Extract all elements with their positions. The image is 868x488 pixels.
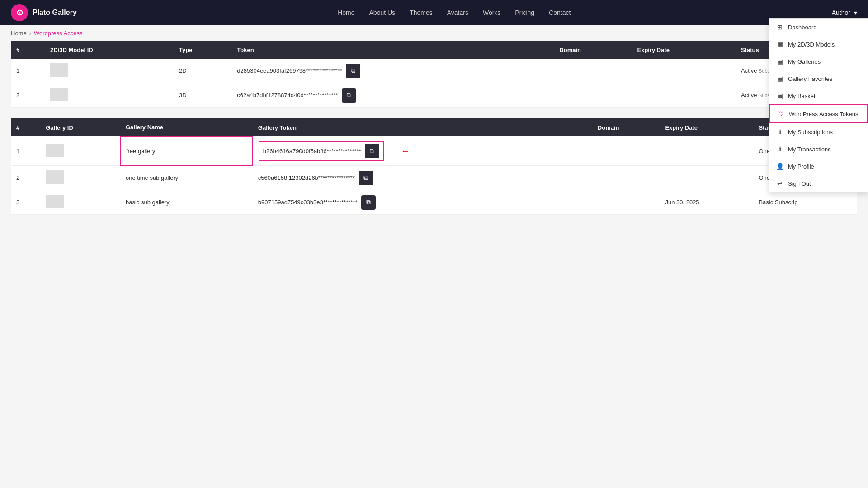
nav-contact[interactable]: Contact bbox=[549, 9, 571, 16]
logo[interactable]: ⊙ Plato Gallery bbox=[11, 4, 77, 21]
dropdown-label-wp-access: WordPress Access Tokens bbox=[789, 111, 858, 117]
nav-about[interactable]: About Us bbox=[369, 9, 396, 16]
dropdown-item-gallery-favorites[interactable]: ▣ Gallery Favorites bbox=[769, 70, 868, 87]
gallery-row-token: b26b4616a790d0f5ab86*************** ⧉ ← bbox=[253, 136, 592, 166]
dropdown-label-my-basket: My Basket bbox=[788, 93, 816, 99]
dropdown-item-my-galleries[interactable]: ▣ My Galleries bbox=[769, 53, 868, 70]
breadcrumb: Home › Wordpress Access bbox=[0, 25, 868, 41]
nav-home[interactable]: Home bbox=[338, 9, 354, 16]
gallery-row-token: b907159ad7549c03b3e3*************** ⧉ bbox=[253, 190, 592, 215]
copy-token-btn[interactable]: ⧉ bbox=[342, 88, 356, 103]
nav-avatars[interactable]: Avatars bbox=[447, 9, 468, 16]
col-type: Type bbox=[174, 41, 231, 59]
logo-icon: ⊙ bbox=[11, 4, 28, 21]
gcol-num: # bbox=[11, 118, 40, 136]
model-table: # 2D/3D Model ID Type Token Domain Expir… bbox=[11, 41, 857, 108]
gallery-table: # Gallery ID Gallery Name Gallery Token … bbox=[11, 118, 857, 215]
dropdown-item-my-models[interactable]: ▣ My 2D/3D Models bbox=[769, 36, 868, 53]
gallery-table-header: # Gallery ID Gallery Name Gallery Token … bbox=[11, 118, 857, 136]
main-content: # 2D/3D Model ID Type Token Domain Expir… bbox=[0, 41, 868, 236]
dropdown-item-sign-out[interactable]: ↩ Sign Out bbox=[769, 175, 868, 192]
gcol-token: Gallery Token bbox=[253, 118, 592, 136]
gallery-row-num: 3 bbox=[11, 190, 40, 215]
dropdown-label-gallery-favorites: Gallery Favorites bbox=[788, 75, 832, 82]
my-basket-icon: ▣ bbox=[776, 92, 783, 99]
dropdown-label-my-subscriptions: My Subscriptions bbox=[788, 129, 833, 136]
gallery-favorites-icon: ▣ bbox=[776, 75, 783, 82]
model-row-expiry bbox=[632, 83, 736, 108]
dropdown-item-my-profile[interactable]: 👤 My Profile bbox=[769, 158, 868, 175]
dropdown-item-my-transactions[interactable]: ℹ My Transactions bbox=[769, 141, 868, 158]
breadcrumb-current: Wordpress Access bbox=[34, 30, 82, 37]
copy-gallery-token-btn[interactable]: ⧉ bbox=[365, 144, 379, 158]
dropdown-label-my-galleries: My Galleries bbox=[788, 58, 821, 65]
model-row-num: 1 bbox=[11, 59, 45, 83]
gcol-domain: Domain bbox=[592, 118, 660, 136]
gallery-row-name: one time sub gallery bbox=[120, 166, 253, 190]
my-transactions-icon: ℹ bbox=[776, 145, 783, 153]
model-row-token: d285304eea903faf269798**************** ⧉ bbox=[231, 59, 554, 83]
gallery-table-container: # Gallery ID Gallery Name Gallery Token … bbox=[11, 118, 857, 215]
gallery-row-num: 1 bbox=[11, 136, 40, 166]
gallery-row-expiry bbox=[660, 136, 753, 166]
dropdown-menu: ⊞ Dashboard ▣ My 2D/3D Models ▣ My Galle… bbox=[769, 18, 868, 192]
dropdown-item-wp-access[interactable]: 🛡 WordPress Access Tokens bbox=[769, 104, 868, 123]
gallery-row-expiry bbox=[660, 166, 753, 190]
gcol-expiry: Expiry Date bbox=[660, 118, 753, 136]
breadcrumb-home[interactable]: Home bbox=[11, 30, 27, 37]
model-row-token: c62a4b7dbf1278874d40d*************** ⧉ bbox=[231, 83, 554, 108]
copy-token-btn[interactable]: ⧉ bbox=[346, 64, 360, 78]
my-profile-icon: 👤 bbox=[776, 163, 783, 170]
model-row-id bbox=[45, 83, 174, 108]
col-num: # bbox=[11, 41, 45, 59]
gallery-row-status: Basic Subscrip bbox=[753, 190, 857, 215]
copy-gallery-token-btn[interactable]: ⧉ bbox=[361, 195, 376, 210]
gallery-row-1: 1 free gallery b26b4616a790d0f5ab86*****… bbox=[11, 136, 857, 166]
dashboard-icon: ⊞ bbox=[776, 23, 783, 31]
dropdown-item-my-basket[interactable]: ▣ My Basket bbox=[769, 87, 868, 104]
model-table-container: # 2D/3D Model ID Type Token Domain Expir… bbox=[11, 41, 857, 108]
col-token: Token bbox=[231, 41, 554, 59]
model-row-1: 1 2D d285304eea903faf269798*************… bbox=[11, 59, 857, 83]
nav-pricing[interactable]: Pricing bbox=[515, 9, 534, 16]
logo-text: Plato Gallery bbox=[33, 9, 77, 17]
wp-access-icon: 🛡 bbox=[777, 110, 784, 117]
dropdown-label-my-profile: My Profile bbox=[788, 163, 814, 170]
main-nav: Home About Us Themes Avatars Works Prici… bbox=[338, 9, 571, 16]
sign-out-icon: ↩ bbox=[776, 180, 783, 187]
nav-works[interactable]: Works bbox=[483, 9, 500, 16]
gcol-gallery-id: Gallery ID bbox=[40, 118, 120, 136]
dropdown-label-sign-out: Sign Out bbox=[788, 180, 811, 187]
my-subscriptions-icon: ℹ bbox=[776, 128, 783, 136]
author-menu[interactable]: Author ▾ bbox=[832, 9, 857, 16]
gallery-row-domain bbox=[592, 166, 660, 190]
col-domain: Domain bbox=[554, 41, 632, 59]
model-row-expiry bbox=[632, 59, 736, 83]
model-row-domain bbox=[554, 83, 632, 108]
gallery-row-3: 3 basic sub gallery b907159ad7549c03b3e3… bbox=[11, 190, 857, 215]
model-row-id bbox=[45, 59, 174, 83]
model-row-type: 3D bbox=[174, 83, 231, 108]
header: ⊙ Plato Gallery Home About Us Themes Ava… bbox=[0, 0, 868, 25]
dropdown-label-dashboard: Dashboard bbox=[788, 24, 817, 31]
gallery-row-id bbox=[40, 190, 120, 215]
dropdown-item-my-subscriptions[interactable]: ℹ My Subscriptions bbox=[769, 123, 868, 141]
nav-themes[interactable]: Themes bbox=[410, 9, 433, 16]
gallery-row-name: free gallery bbox=[120, 136, 253, 166]
gallery-row-domain bbox=[592, 136, 660, 166]
dropdown-label-my-models: My 2D/3D Models bbox=[788, 41, 835, 48]
model-row-num: 2 bbox=[11, 83, 45, 108]
col-expiry: Expiry Date bbox=[632, 41, 736, 59]
gallery-row-expiry: Jun 30, 2025 bbox=[660, 190, 753, 215]
copy-gallery-token-btn[interactable]: ⧉ bbox=[359, 171, 373, 185]
dropdown-item-dashboard[interactable]: ⊞ Dashboard bbox=[769, 19, 868, 36]
gallery-row-2: 2 one time sub gallery c560a6158f12302d2… bbox=[11, 166, 857, 190]
dropdown-label-my-transactions: My Transactions bbox=[788, 146, 831, 153]
chevron-down-icon: ▾ bbox=[854, 9, 857, 16]
model-row-domain bbox=[554, 59, 632, 83]
breadcrumb-separator: › bbox=[29, 30, 31, 37]
model-table-header: # 2D/3D Model ID Type Token Domain Expir… bbox=[11, 41, 857, 59]
gallery-row-num: 2 bbox=[11, 166, 40, 190]
gallery-row-name: basic sub gallery bbox=[120, 190, 253, 215]
model-row-type: 2D bbox=[174, 59, 231, 83]
